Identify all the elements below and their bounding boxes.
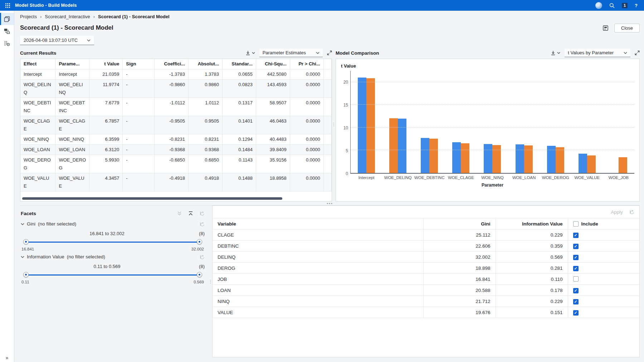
bar-orange-series[interactable] [492, 145, 501, 173]
bar-blue-series[interactable] [484, 144, 492, 173]
expand-sidebar-button[interactable]: » [0, 355, 14, 361]
include-checkbox[interactable]: ✓ [573, 244, 579, 249]
slider-max-handle[interactable] [197, 239, 202, 244]
variable-row[interactable]: JOB16.8410.110 [213, 274, 639, 285]
results-cell: 143.4593 [256, 80, 290, 98]
upper-panel-splitter[interactable]: ⋮ [332, 47, 336, 202]
sidebar-item-results[interactable] [0, 13, 14, 25]
facet-reset-icon[interactable] [200, 222, 205, 227]
bar-orange-series[interactable] [366, 78, 375, 173]
include-checkbox[interactable] [573, 276, 579, 282]
include-checkbox[interactable]: ✓ [573, 255, 579, 260]
results-table-row[interactable]: WOE_LOANWOE_LOAN6.3120--0.93680.93680.14… [20, 145, 332, 155]
bar-orange-series[interactable] [619, 157, 627, 173]
results-column-header[interactable]: Standar... [222, 59, 256, 69]
search-icon[interactable] [609, 3, 615, 8]
download-results-button[interactable] [245, 50, 255, 55]
sidebar-item-data-properties[interactable] [0, 37, 14, 49]
variable-row[interactable]: DEBTINC22.6060.359✓ [213, 240, 639, 252]
results-column-header[interactable]: t Value [89, 59, 123, 69]
results-table-row[interactable]: WOE_NINQWOE_NINQ6.3599--0.82310.82310.12… [20, 134, 332, 145]
bar-blue-series[interactable] [358, 78, 366, 173]
chart-view-dropdown[interactable]: t Values by Parameter [565, 49, 630, 57]
report-icon[interactable] [602, 25, 609, 31]
include-checkbox[interactable]: ✓ [573, 233, 579, 238]
facet-reset-icon[interactable] [200, 254, 205, 259]
slider-min-handle[interactable] [23, 272, 29, 277]
variable-row[interactable]: NINQ21.7120.229✓ [213, 296, 639, 307]
column-header-include: Include [581, 221, 598, 227]
slider-min-handle[interactable] [23, 239, 29, 244]
gridline [351, 82, 634, 82]
download-chart-button[interactable] [551, 50, 560, 55]
include-checkbox[interactable]: ✓ [573, 288, 579, 293]
bar-blue-series[interactable] [516, 144, 524, 173]
include-checkbox[interactable]: ✓ [573, 266, 579, 271]
apply-button[interactable]: Apply [611, 209, 623, 215]
breadcrumb-projects[interactable]: Projects [20, 14, 37, 19]
results-table-row[interactable]: WOE_DEBTINCWOE_DEBTINC7.6779--1.01121.01… [20, 98, 332, 116]
bar-orange-series[interactable] [429, 139, 438, 173]
clear-all-filters-icon[interactable] [177, 211, 182, 215]
slider-track[interactable] [24, 274, 201, 276]
results-table-row[interactable]: WOE_DEROGWOE_DEROG5.9930--0.68500.68500.… [20, 155, 332, 173]
slider-track[interactable] [24, 242, 201, 243]
bar-group [382, 71, 414, 173]
results-table-row[interactable]: WOE_DELINQWOE_DELINQ11.9774--0.98600.986… [20, 80, 332, 98]
results-table-row[interactable]: WOE_VALUEWOE_VALUE4.3457--0.49180.49180.… [20, 173, 332, 192]
results-view-dropdown[interactable]: Parameter Estimates [259, 49, 323, 57]
results-column-header[interactable]: Absolut... [189, 59, 223, 69]
bar-blue-series[interactable] [579, 154, 587, 173]
sidebar-item-pipeline[interactable] [0, 25, 14, 37]
notifications-badge[interactable]: 1 [622, 3, 628, 8]
bar-blue-series[interactable] [452, 142, 461, 173]
results-table-row[interactable]: WOE_CLAGEWOE_CLAGE6.7857--0.95050.95050.… [20, 116, 332, 134]
results-cell: 0.0823 [222, 80, 256, 98]
column-header-information-value[interactable]: Information Value [496, 218, 568, 229]
snapshot-dropdown[interactable]: 2026-04-08 13:07:10 UTC [20, 36, 94, 45]
variable-gini: 20.588 [423, 285, 496, 296]
results-column-header[interactable]: Chi-Squ... [256, 59, 290, 69]
variable-row[interactable]: DELINQ32.0020.569✓ [213, 252, 639, 263]
collapse-all-facets-icon[interactable] [188, 211, 193, 216]
results-table-row[interactable]: InterceptIntercept21.0359--1.37831.37830… [20, 69, 332, 80]
column-header-gini[interactable]: Gini [423, 218, 496, 229]
include-checkbox[interactable]: ✓ [573, 299, 579, 304]
slider-max-handle[interactable] [197, 272, 202, 277]
bar-orange-series[interactable] [389, 118, 398, 173]
bar-blue-series[interactable] [398, 119, 406, 173]
reset-variables-icon[interactable] [629, 209, 634, 214]
lower-panel-splitter[interactable]: ⋮ [209, 205, 212, 357]
facet-collapse-icon[interactable] [21, 223, 24, 225]
y-tick-label: 5 [346, 148, 348, 153]
breadcrumb-project[interactable]: Scorecard_Interactive [45, 14, 90, 19]
app-switcher-icon[interactable] [0, 3, 15, 8]
facet-collapse-icon[interactable] [21, 256, 24, 258]
maximize-results-icon[interactable] [327, 50, 332, 55]
results-column-header[interactable]: Pr > Chi... [290, 59, 323, 69]
results-column-header[interactable]: Coeffici... [155, 59, 189, 69]
help-icon[interactable]: ? [635, 3, 638, 8]
variable-row[interactable]: DEROG18.8980.281✓ [213, 263, 639, 274]
include-checkbox[interactable]: ✓ [573, 310, 579, 316]
include-all-checkbox[interactable] [573, 221, 579, 227]
variable-row[interactable]: LOAN20.5880.178✓ [213, 285, 639, 296]
close-button[interactable]: Close [614, 24, 640, 33]
bar-orange-series[interactable] [587, 155, 596, 173]
horizontal-scrollbar-thumb[interactable] [22, 197, 282, 200]
bar-orange-series[interactable] [461, 143, 469, 173]
results-column-header[interactable]: Sign [123, 59, 155, 69]
results-column-header[interactable]: Effect [20, 59, 55, 69]
bar-blue-series[interactable] [421, 138, 429, 173]
results-cell: 1.0112 [189, 98, 223, 116]
reset-facets-icon[interactable] [200, 211, 205, 216]
variable-row[interactable]: CLAGE25.1120.229✓ [213, 229, 639, 240]
maximize-chart-icon[interactable] [635, 50, 640, 55]
variable-row[interactable]: VALUE19.6760.151✓ [213, 307, 639, 318]
user-avatar[interactable] [595, 2, 602, 9]
horizontal-panel-splitter[interactable]: ••• [20, 202, 640, 205]
bar-orange-series[interactable] [556, 147, 564, 173]
results-column-header[interactable]: Parame... [55, 59, 89, 69]
variable-information-value: 0.229 [496, 296, 568, 307]
column-header-variable[interactable]: Variable [213, 218, 423, 229]
